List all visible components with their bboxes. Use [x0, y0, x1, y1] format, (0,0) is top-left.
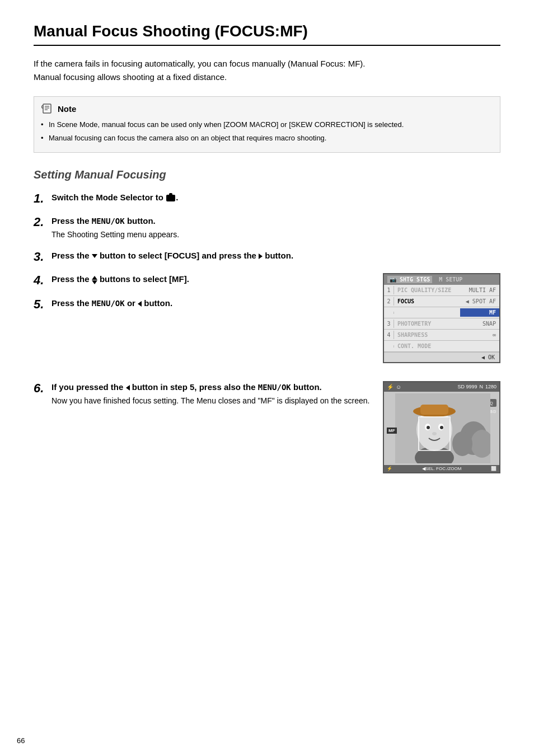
step-5-content: Press the MENU/OK or button.: [51, 297, 372, 310]
step-3-number: 3.: [34, 250, 46, 264]
step-6-content: If you pressed the button in step 5, pre…: [51, 381, 372, 407]
menu-row-mf: MF: [384, 307, 499, 318]
vf-sd-info: SD 9999 N 1280: [457, 384, 496, 390]
svg-point-7: [452, 431, 472, 456]
row-label-1: PIC QUALITY/SIZE: [394, 286, 460, 294]
row-label-mf: [394, 312, 460, 314]
page-footer: 66: [17, 736, 25, 745]
row-value-5: [460, 345, 499, 348]
step-6-text-col: 6. If you pressed the button in step 5, …: [34, 381, 372, 416]
row-label-2: FOCUS: [394, 297, 460, 306]
vf-top-bar: ⚡ ☺ SD 9999 N 1280: [384, 382, 499, 392]
svg-rect-0: [43, 104, 51, 113]
step-4-content: Press the buttons to select [MF].: [51, 273, 372, 286]
camera-menu-rows: 1 PIC QUALITY/SIZE MULTI AF 2 FOCUS ◀ SP…: [384, 285, 499, 352]
step-1: 1. Switch the Mode Selector to .: [34, 191, 500, 206]
step-6-number: 6.: [34, 381, 46, 396]
svg-point-16: [432, 432, 437, 435]
section-title: Setting Manual Focusing: [34, 168, 500, 181]
right-arrow-icon: [259, 253, 263, 259]
step-2-text: Press the MENU/OK button.: [51, 216, 156, 226]
vf-face-svg: [395, 393, 490, 463]
step-5-number: 5.: [34, 297, 46, 312]
page-number: 66: [17, 736, 25, 745]
step-6-text: If you pressed the button in step 5, pre…: [51, 382, 322, 392]
step-5-text: Press the MENU/OK or button.: [51, 298, 172, 308]
step-2-number: 2.: [34, 215, 46, 229]
menu-row-2: 2 FOCUS ◀ SPOT AF: [384, 296, 499, 307]
step-1-text: Switch the Mode Selector to .: [51, 192, 178, 202]
camera-viewfinder-widget: ⚡ ☺ SD 9999 N 1280 Q B⊙: [383, 381, 500, 473]
camera-menu-header: 📷 SHTG STGS M SETUP: [384, 274, 499, 285]
camera-menu-footer: ◀ OK: [384, 352, 499, 362]
camera-viewfinder-image: ⚡ ☺ SD 9999 N 1280 Q B⊙: [383, 381, 500, 473]
menu-tab-shtg: 📷 SHTG STGS: [387, 276, 432, 283]
row-value-2: ◀ SPOT AF: [460, 297, 499, 306]
menu-row-1: 1 PIC QUALITY/SIZE MULTI AF: [384, 285, 499, 296]
row-num-2: 2: [384, 297, 394, 306]
step-4: 4. Press the buttons to select [MF].: [34, 273, 372, 288]
vf-sd-label: SD 9999: [457, 384, 477, 390]
vf-mf-badge: MF: [387, 428, 397, 434]
step-1-number: 1.: [34, 191, 46, 206]
row-num-5: [384, 345, 394, 348]
vf-bottom-bar: ⚡ ◀SEL. FOC./ZOOM ⬜: [384, 465, 499, 472]
row-label-5: CONT. MODE: [394, 342, 460, 350]
note-label: Note: [58, 104, 76, 114]
camera-menu-image: 📷 SHTG STGS M SETUP 1 PIC QUALITY/SIZE M…: [383, 273, 500, 363]
row-num-mf: [384, 312, 394, 314]
down-arrow-icon: [92, 254, 97, 258]
note-icon: [41, 102, 53, 115]
step-3-content: Press the button to select [FOCUS] and p…: [51, 250, 500, 262]
step-2: 2. Press the MENU/OK button. The Shootin…: [34, 215, 500, 241]
row-value-4: ∞: [460, 331, 499, 339]
menu-ok-label: ◀ OK: [481, 354, 495, 360]
vf-bottom-right: ⬜: [491, 466, 496, 471]
down-arrow-icon-2: [92, 280, 97, 284]
vf-left-icons: ⚡ ☺: [387, 384, 401, 390]
step-3-text: Press the button to select [FOCUS] and p…: [51, 251, 293, 260]
up-arrow-icon: [92, 276, 97, 280]
svg-point-15: [440, 426, 443, 429]
vf-bottom-left: ⚡: [387, 466, 392, 471]
step-2-content: Press the MENU/OK button. The Shooting S…: [51, 215, 500, 241]
step-4-text: Press the buttons to select [MF].: [51, 274, 189, 284]
step-3: 3. Press the button to select [FOCUS] an…: [34, 250, 500, 264]
steps-list: 1. Switch the Mode Selector to . 2. Pres…: [34, 191, 500, 473]
menu-row-3: 3 PHOTOMETRY SNAP: [384, 318, 499, 330]
note-box: Note In Scene Mode, manual focus can be …: [34, 96, 500, 153]
step-6: 6. If you pressed the button in step 5, …: [34, 381, 500, 473]
vf-face-icon: ☺: [396, 384, 401, 390]
vf-flash-icon: ⚡: [387, 384, 394, 390]
row-label-4: SHARPNESS: [394, 331, 460, 339]
row-label-3: PHOTOMETRY: [394, 320, 460, 328]
row-num-3: 3: [384, 320, 394, 328]
row-value-mf: MF: [460, 308, 499, 317]
step-6-sub: Now you have finished focus setting. The…: [51, 395, 372, 407]
vf-n-label: N: [479, 384, 483, 390]
row-value-3: SNAP: [460, 320, 499, 328]
step-4-5-text: 4. Press the buttons to select [MF]. 5: [34, 273, 372, 321]
menu-row-5: CONT. MODE: [384, 341, 499, 352]
vf-bottom-label: ◀SEL. FOC./ZOOM: [422, 466, 462, 471]
camera-menu-widget: 📷 SHTG STGS M SETUP 1 PIC QUALITY/SIZE M…: [383, 273, 500, 363]
vf-num-label: 1280: [485, 384, 496, 390]
spacer: [34, 372, 500, 381]
svg-point-14: [427, 426, 430, 429]
note-list: In Scene Mode, manual focus can be used …: [41, 119, 491, 143]
note-item-1: In Scene Mode, manual focus can be used …: [41, 119, 491, 130]
row-value-1: MULTI AF: [460, 286, 499, 294]
note-header: Note: [41, 102, 491, 115]
step-6-inner: 6. If you pressed the button in step 5, …: [34, 381, 372, 407]
svg-rect-11: [420, 405, 448, 415]
intro-text: If the camera fails in focusing automati…: [34, 57, 500, 84]
step-4-5: 4. Press the buttons to select [MF]. 5: [34, 273, 500, 363]
menu-row-4: 4 SHARPNESS ∞: [384, 330, 499, 341]
row-num-4: 4: [384, 331, 394, 339]
menu-tab-setup: M SETUP: [437, 276, 465, 283]
left-arrow-icon: [138, 301, 142, 307]
page-title: Manual Focus Shooting (FOCUS:MF): [34, 22, 500, 46]
step-4-number: 4.: [34, 273, 46, 288]
note-item-2: Manual focusing can focus the camera als…: [41, 133, 491, 144]
row-num-1: 1: [384, 286, 394, 294]
